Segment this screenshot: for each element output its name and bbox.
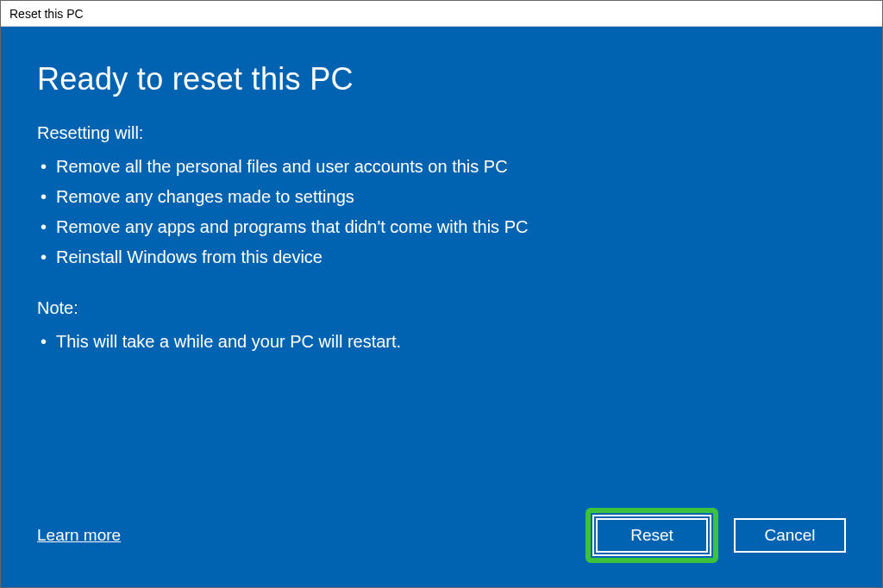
list-item: Remove any apps and programs that didn't…: [37, 212, 846, 242]
title-bar: Reset this PC: [1, 1, 882, 27]
content-area: Ready to reset this PC Resetting will: R…: [1, 27, 882, 587]
page-heading: Ready to reset this PC: [37, 61, 846, 97]
list-item: Remove all the personal files and user a…: [37, 152, 846, 182]
note-list: This will take a while and your PC will …: [37, 327, 846, 357]
window-title: Reset this PC: [9, 7, 84, 21]
footer: Learn more Reset Cancel: [37, 508, 846, 563]
list-item: This will take a while and your PC will …: [37, 327, 846, 357]
reset-pc-window: Reset this PC Ready to reset this PC Res…: [0, 0, 883, 588]
reset-highlight-annotation: Reset: [586, 508, 718, 563]
resetting-will-label: Resetting will:: [37, 123, 846, 143]
reset-button[interactable]: Reset: [596, 518, 708, 553]
list-item: Remove any changes made to settings: [37, 182, 846, 212]
learn-more-link[interactable]: Learn more: [37, 526, 121, 545]
note-label: Note:: [37, 298, 846, 318]
cancel-button[interactable]: Cancel: [734, 518, 846, 553]
resetting-will-list: Remove all the personal files and user a…: [37, 152, 846, 272]
list-item: Reinstall Windows from this device: [37, 242, 846, 272]
button-group: Reset Cancel: [586, 508, 846, 563]
